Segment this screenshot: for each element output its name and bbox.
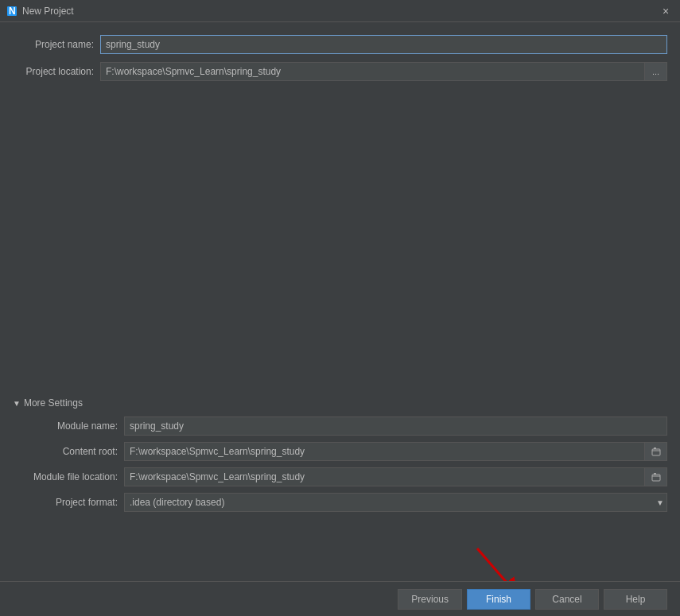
more-settings-header[interactable]: ▼ More Settings (13, 397, 667, 409)
module-file-location-label: Module file location: (13, 471, 124, 482)
module-file-location-input[interactable] (124, 467, 645, 486)
project-name-input[interactable] (100, 35, 667, 54)
content-root-browse-button[interactable] (645, 442, 667, 461)
dialog-content: Project name: Project location: ... (0, 22, 680, 81)
module-file-location-wrapper (124, 467, 667, 486)
title-bar: N New Project × (0, 0, 680, 22)
project-location-label: Project location: (13, 66, 100, 77)
module-file-location-row: Module file location: (13, 467, 667, 486)
project-location-input[interactable] (100, 62, 645, 81)
collapse-arrow-icon: ▼ (13, 399, 21, 408)
project-location-field-wrapper: ... (100, 62, 667, 81)
content-root-field-wrapper (124, 442, 667, 461)
finish-button[interactable]: Finish (467, 589, 530, 610)
previous-button[interactable]: Previous (398, 589, 462, 610)
empty-area (0, 89, 680, 391)
content-root-label: Content root: (13, 446, 124, 457)
svg-rect-2 (652, 449, 660, 455)
content-root-row: Content root: (13, 442, 667, 461)
svg-text:N: N (9, 6, 16, 17)
project-format-select[interactable]: .idea (directory based) (124, 493, 667, 512)
help-button[interactable]: Help (604, 589, 667, 610)
module-name-input[interactable] (124, 416, 667, 436)
project-location-row: Project location: ... (13, 62, 667, 81)
svg-rect-3 (654, 447, 656, 449)
project-name-row: Project name: (13, 35, 667, 54)
module-name-label: Module name: (13, 420, 124, 432)
project-location-browse-button[interactable]: ... (645, 62, 667, 81)
module-file-location-browse-button[interactable] (645, 467, 667, 486)
more-settings-section: ▼ More Settings Module name: Content roo… (0, 391, 680, 528)
dialog-window: N New Project × Project name: Project lo… (0, 0, 680, 616)
project-name-label: Project name: (13, 39, 100, 50)
more-settings-label: More Settings (24, 397, 83, 409)
title-bar-left: N New Project (6, 6, 74, 17)
project-format-row: Project format: .idea (directory based) … (13, 493, 667, 512)
content-root-input[interactable] (124, 442, 645, 461)
module-name-row: Module name: (13, 416, 667, 436)
dialog-title: New Project (22, 6, 74, 17)
svg-rect-5 (654, 473, 656, 475)
app-icon: N (6, 6, 17, 17)
project-format-select-wrapper: .idea (directory based) ▼ (124, 493, 667, 512)
project-format-label: Project format: (13, 497, 124, 508)
button-bar: Previous Finish Cancel Help (0, 581, 680, 616)
svg-rect-4 (652, 475, 660, 481)
cancel-button[interactable]: Cancel (535, 589, 599, 610)
close-button[interactable]: × (658, 3, 674, 19)
